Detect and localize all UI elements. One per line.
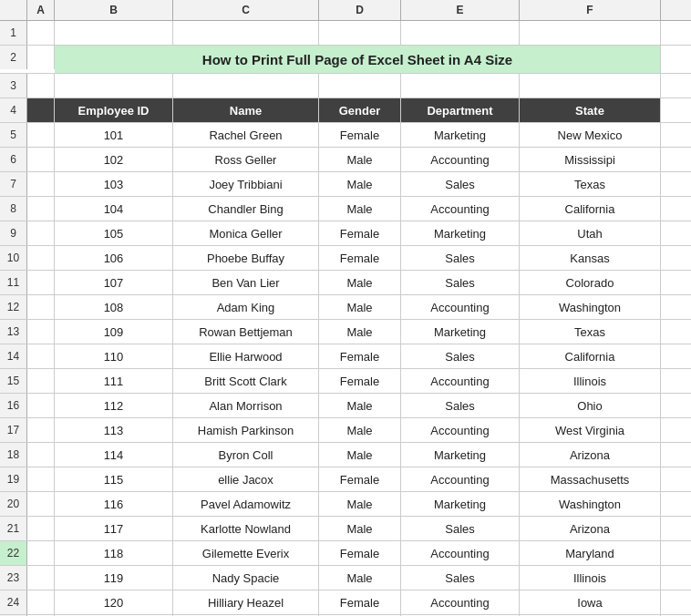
cell-6b: 102 [55,148,173,171]
cell-1b [55,21,173,45]
rownum-11: 11 [0,271,27,294]
cell-14c: Ellie Harwood [173,344,319,368]
table-row: 9105Monica GellerFemaleMarketingUtah [0,221,691,246]
cell-20c: Pavel Adamowitz [173,492,319,516]
rownum-2: 2 [0,46,27,69]
rownum-22: 22 [0,541,27,565]
cell-10a [27,246,55,270]
cell-24d: Female [319,590,401,614]
rownum-1: 1 [0,21,27,45]
row-1: 1 [0,21,691,46]
cell-20e: Marketing [401,492,520,516]
cell-15e: Accounting [401,369,520,393]
cell-21f: Arizona [520,517,661,540]
rownum-20: 20 [0,492,27,516]
cell-4f-state: State [520,98,661,122]
col-header-b: B [55,0,173,20]
cell-22c: Gilemette Everix [173,541,319,565]
cell-12c: Adam King [173,295,319,319]
table-row: 17113Hamish ParkinsonMaleAccountingWest … [0,418,691,443]
cell-23e: Sales [401,566,520,590]
cell-4a [27,98,55,122]
cell-17e: Accounting [401,418,520,442]
rownum-18: 18 [0,443,27,467]
cell-21e: Sales [401,517,520,540]
rownum-6: 6 [0,148,27,171]
cell-19a [27,467,55,491]
rownum-24: 24 [0,590,27,614]
rownum-10: 10 [0,246,27,270]
cell-19c: ellie Jacox [173,467,319,491]
rownum-21: 21 [0,517,27,540]
table-row: 10106Phoebe BuffayFemaleSalesKansas [0,246,691,271]
table-row: 13109Rowan BettjemanMaleMarketingTexas [0,320,691,344]
cell-15f: Illinois [520,369,661,393]
cell-23a [27,566,55,590]
cell-15a [27,369,55,393]
rownum-16: 16 [0,394,27,417]
table-row: 14110Ellie HarwoodFemaleSalesCalifornia [0,344,691,369]
cell-9d: Female [319,221,401,245]
cell-8a [27,197,55,221]
cell-22d: Female [319,541,401,565]
cell-5c: Rachel Green [173,123,319,147]
cell-21a [27,517,55,540]
cell-13a [27,320,55,344]
cell-9e: Marketing [401,221,520,245]
cell-12a [27,295,55,319]
rownum-19: 19 [0,467,27,491]
cell-10f: Kansas [520,246,661,270]
cell-7e: Sales [401,172,520,196]
cell-16d: Male [319,394,401,417]
cell-18b: 114 [55,443,173,467]
cell-8f: California [520,197,661,221]
table-row: 11107Ben Van LierMaleSalesColorado [0,271,691,295]
cell-22f: Maryland [520,541,661,565]
rownum-23: 23 [0,566,27,590]
cell-21b: 117 [55,517,173,540]
cell-1c [173,21,319,45]
cell-2a [27,46,55,69]
cell-11a [27,271,55,294]
cell-17a [27,418,55,442]
cell-6d: Male [319,148,401,171]
cell-4b-employee-id: Employee ID [55,98,173,122]
cell-14e: Sales [401,344,520,368]
table-row: 12108Adam KingMaleAccountingWashington [0,295,691,320]
cell-19b: 115 [55,467,173,491]
cell-6c: Ross Geller [173,148,319,171]
table-row: 21117Karlotte NowlandMaleSalesArizona [0,517,691,541]
grid-body: 1 2 How to Print Full Page of Excel Shee… [0,21,691,616]
cell-14b: 110 [55,344,173,368]
table-row: 20116Pavel AdamowitzMaleMarketingWashing… [0,492,691,517]
row-2: 2 How to Print Full Page of Excel Sheet … [0,46,691,74]
cell-4d-gender: Gender [319,98,401,122]
table-row: 24120Hilliary HeazelFemaleAccountingIowa [0,590,691,615]
cell-10c: Phoebe Buffay [173,246,319,270]
cell-7d: Male [319,172,401,196]
cell-4c-name: Name [173,98,319,122]
col-header-f: F [520,0,661,20]
cell-15d: Female [319,369,401,393]
cell-15c: Britt Scott Clark [173,369,319,393]
cell-20d: Male [319,492,401,516]
cell-11f: Colorado [520,271,661,294]
cell-7f: Texas [520,172,661,196]
cell-8e: Accounting [401,197,520,221]
cell-22b: 118 [55,541,173,565]
cell-8b: 104 [55,197,173,221]
cell-5f: New Mexico [520,123,661,147]
row-3: 3 [0,74,691,98]
cell-17b: 113 [55,418,173,442]
rownum-3: 3 [0,74,27,98]
table-row: 23119Nady SpacieMaleSalesIllinois [0,566,691,590]
col-header-e: E [401,0,520,20]
cell-5d: Female [319,123,401,147]
cell-21c: Karlotte Nowland [173,517,319,540]
cell-13c: Rowan Bettjeman [173,320,319,344]
cell-7c: Joey Tribbiani [173,172,319,196]
title-cell: How to Print Full Page of Excel Sheet in… [55,46,661,73]
table-row: 18114Byron CollMaleMarketingArizona [0,443,691,467]
rownum-12: 12 [0,295,27,319]
cell-20a [27,492,55,516]
